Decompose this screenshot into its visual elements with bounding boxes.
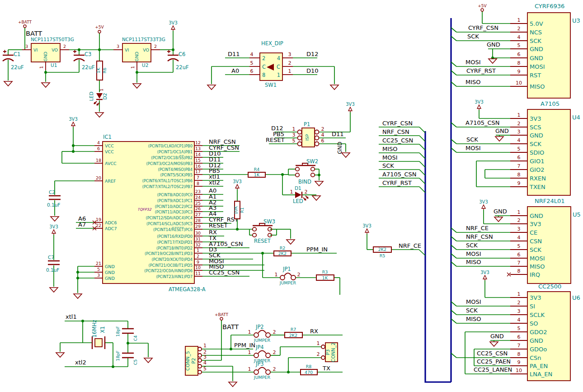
package-label: TQFP32 — [137, 208, 152, 212]
pin-number: 2 — [273, 329, 276, 335]
net-label: GND — [490, 333, 504, 340]
net-label: SCK — [466, 136, 478, 143]
net-label: GND — [495, 128, 509, 134]
pin-name: NCS — [530, 29, 542, 36]
part-label: NCP1117ST33T3G — [122, 37, 165, 42]
schematic-canvas: +BATT BATT +5V 3V3 C1 22uF NCP1117ST50T3… — [0, 0, 583, 392]
junction-dot — [127, 342, 129, 345]
pin-name: CSn — [530, 354, 541, 361]
pin-number: 1 — [290, 189, 293, 195]
schematic-svg: +BATT BATT +5V 3V3 C1 22uF NCP1117ST50T3… — [0, 0, 583, 392]
ref-label: IC1 — [103, 134, 112, 140]
pin-name: IRQ — [530, 271, 540, 278]
pin-name: MOSI — [530, 255, 545, 262]
pin-number: 4 — [517, 317, 521, 323]
pin-name: C — [262, 64, 266, 70]
pin-name: GDO2 — [530, 329, 547, 335]
value-label: RESET — [254, 238, 271, 244]
value-label: 1K — [254, 172, 260, 177]
ref-label: R3 — [322, 269, 328, 274]
pin-name: VCC — [105, 143, 114, 148]
net-label-gnd: GND — [337, 142, 343, 154]
net-label: xtl2 — [75, 359, 86, 366]
pin-number: 2 — [273, 366, 276, 372]
net-label: D10 — [306, 67, 319, 74]
pin-name: GND — [530, 46, 543, 52]
net-label: SCK — [382, 162, 394, 169]
part-label: CC2500 — [538, 283, 561, 290]
pin-number: 1 — [248, 329, 251, 335]
ref-label: R2 — [280, 246, 286, 250]
pin-name: (PCINT5/SCK)PB5 — [160, 173, 193, 177]
pin-number: 27 — [195, 212, 201, 217]
pin-name: (PCINT18/INT0)PD2 — [156, 246, 193, 250]
pin-number: 8 — [517, 268, 521, 274]
ref-label: JP4 — [255, 344, 264, 350]
connector-p2[interactable]: CONN_5 P2 1 2 3 4 5 — [185, 343, 207, 375]
pin-name: GIO1 — [530, 158, 544, 165]
pin-number: 10 — [195, 265, 201, 270]
pin-name: (PCINT8/ADC0)PC0 — [157, 193, 193, 197]
ref-label: JP2 — [255, 324, 264, 330]
junction-dot — [81, 320, 84, 322]
ref-label: C5 — [133, 359, 138, 365]
pin-number: 1 — [517, 291, 521, 297]
junction-dot — [281, 173, 284, 176]
pin-number: 10 — [516, 80, 522, 86]
pin-number: 4 — [517, 235, 521, 241]
pin-name: AVCC — [105, 161, 117, 166]
pin-number: 30 — [195, 231, 201, 236]
pin-number: 2 — [517, 217, 521, 223]
pin-name: (PCINT19/OC2B/INT1)PD3 — [145, 251, 193, 256]
pin-name: GND — [43, 52, 48, 61]
pin-name: MISO — [530, 83, 545, 90]
pin-number: 32 — [195, 242, 201, 247]
power-flag-label: 3V3 — [480, 270, 489, 275]
value-label: 22uF — [11, 64, 24, 71]
power-flag-label: +5V — [95, 25, 104, 29]
pin-name: (PCINT20/XCK/T0)PD4 — [152, 257, 193, 262]
pin-number: 10 — [516, 368, 522, 373]
ref-label: JP3 — [255, 361, 264, 367]
ref-label: U2 — [142, 62, 148, 68]
pin-number: 2 — [317, 351, 320, 357]
pin-number: 7 — [197, 175, 199, 180]
net-label: D11 — [228, 51, 240, 57]
value-label: 2K2 — [378, 247, 386, 252]
pin-number: 11 — [195, 271, 201, 276]
pin-name: 4 — [277, 55, 280, 61]
pin-number: 8 — [197, 181, 199, 186]
value-label: 16MHz — [91, 320, 98, 337]
pin-number: 29 — [195, 224, 201, 229]
pin-name: SCS — [530, 124, 541, 131]
net-label: SCK — [467, 33, 479, 40]
pin-number: 4 — [203, 360, 207, 366]
pin-number: 7 — [517, 163, 521, 169]
pin-name: (PCINT6/XTAL1/TOSC1)PB6 — [142, 179, 193, 183]
pin-name: (PCINT21/OC0B/T1)PD5 — [149, 263, 193, 268]
pin-name: (PCINT22/OC0A/AIN0)PD6 — [144, 269, 193, 273]
pin-number: 3 — [292, 132, 296, 138]
pin-name: PA_EN — [530, 363, 548, 369]
pin-name: VO — [143, 47, 149, 52]
pin-number: 1 — [275, 272, 278, 278]
pin-number: 26 — [195, 206, 201, 211]
net-label: CYRF_RST — [466, 67, 496, 74]
power-flag-label: 3V3 — [233, 179, 242, 184]
ref-label: C1 — [14, 51, 20, 57]
pin-number: 1 — [517, 112, 521, 118]
ref-label: C6 — [179, 51, 185, 57]
pin-name: (PCINT14/SCL/ADC5)PC5 — [146, 222, 193, 226]
net-label: A7105_CSN — [382, 171, 417, 178]
pin-number: 1 — [39, 66, 44, 69]
pin-name: GND — [530, 337, 543, 344]
ref-label: C4 — [133, 335, 138, 341]
pin-number: 23 — [195, 189, 201, 194]
ref-label: C2 — [49, 189, 55, 195]
pin-number: 2 — [517, 26, 521, 32]
pin-number: 5 — [517, 326, 521, 331]
pin-number: 2 — [305, 189, 308, 195]
pin-number: 1 — [288, 68, 292, 74]
pin-name: 8 — [262, 72, 265, 78]
net-label: D11 — [332, 131, 344, 137]
